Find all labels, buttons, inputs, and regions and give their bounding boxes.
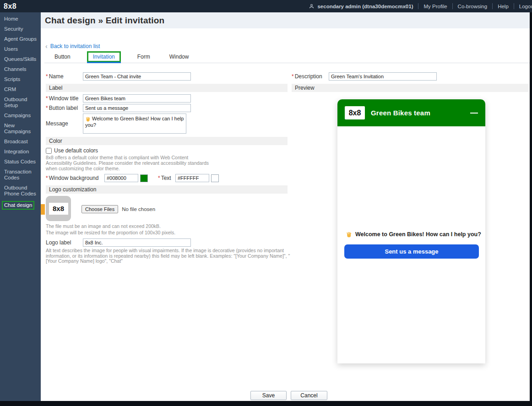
tab-window[interactable]: Window	[167, 51, 192, 63]
logo-label-label: Logo label	[46, 239, 83, 246]
message-label: Message	[46, 120, 83, 127]
sidebar-item-transaction-codes[interactable]: Transaction Codes	[0, 168, 41, 182]
sidebar-item-users[interactable]: Users	[0, 45, 41, 53]
sidebar-item-outbound-phone-codes[interactable]: Outbound Phone Codes	[0, 184, 41, 198]
sidebar-item-security[interactable]: Security	[0, 25, 41, 33]
menu-separator	[418, 3, 418, 9]
sidebar-item-label: Integration	[4, 149, 29, 154]
logo-preview-image: 8x8	[49, 203, 68, 215]
sidebar-item-label: Queues/Skills	[4, 56, 36, 62]
sidebar-item-label: Chat design	[2, 201, 34, 210]
text-color-label: *Text	[158, 175, 175, 181]
name-label: *Name	[46, 73, 83, 80]
topbar-menu-help[interactable]: Help	[498, 4, 509, 9]
window-background-label: *Window background	[46, 175, 104, 181]
tab-invitation[interactable]: Invitation	[87, 51, 121, 63]
sidebar-item-label: Scripts	[4, 76, 20, 82]
sidebar-item-agent-groups[interactable]: Agent Groups	[0, 35, 41, 43]
sidebar-item-campaigns[interactable]: Campaigns	[0, 112, 41, 119]
chevron-left-icon: ‹	[45, 43, 48, 49]
topbar-menu-co-browsing[interactable]: Co-browsing	[458, 4, 488, 9]
page-title: Chat design » Edit invitation	[45, 16, 164, 26]
use-default-colors-row: Use default colors	[46, 147, 288, 154]
use-default-colors-label: Use default colors	[54, 147, 98, 154]
color-section-header: Color	[46, 137, 288, 145]
use-default-colors-checkbox[interactable]	[46, 148, 52, 154]
user-label: secondary admin (dtna30democmx01)	[317, 4, 413, 9]
name-input[interactable]	[83, 72, 191, 81]
button-label-input[interactable]	[83, 104, 191, 112]
preview-chat-body: Welcome to Green Bikes! How can I help y…	[337, 126, 485, 363]
minimize-icon	[470, 113, 478, 114]
sidebar-item-outbound-setup[interactable]: Outbound Setup	[0, 96, 41, 109]
save-button[interactable]: Save	[250, 391, 287, 400]
preview-send-button[interactable]: Sent us a message	[344, 244, 479, 259]
file-help-line2: The image will be resized for the propor…	[46, 230, 288, 235]
topbar-menu-logout[interactable]: Logout	[519, 4, 532, 9]
logo-preview-tile: 8x8	[46, 196, 71, 221]
message-row: Message Welcome to Green Bikes! How can …	[46, 114, 288, 134]
file-help-line1: The file must be an image and can not ex…	[46, 223, 288, 229]
sidebar-nav: HomeSecurityAgent GroupsUsersQueues/Skil…	[0, 12, 41, 401]
sidebar-item-crm[interactable]: CRM	[0, 86, 41, 93]
text-color-swatch[interactable]	[211, 174, 219, 182]
sidebar-item-label: Broadcast	[4, 139, 28, 144]
window-background-swatch[interactable]	[140, 174, 148, 182]
form-left-column: *Name Label *Window title *Button label …	[46, 71, 288, 265]
sidebar-item-label: Users	[4, 46, 18, 52]
tab-label: Window	[167, 53, 192, 61]
app-logo: 8x8	[4, 2, 16, 11]
message-textarea[interactable]: Welcome to Green Bikes! How can I help y…	[83, 114, 186, 134]
description-row: *Description	[292, 72, 529, 81]
screen: 8x8 secondary admin (dtna30democmx01) My…	[0, 0, 532, 406]
sidebar-item-scripts[interactable]: Scripts	[0, 76, 41, 83]
sidebar-item-label: Channels	[4, 66, 27, 72]
topbar: 8x8 secondary admin (dtna30democmx01) My…	[0, 0, 532, 12]
preview-chat-header: 8x8 Green Bikes team	[337, 99, 485, 126]
sidebar-item-queues-skills[interactable]: Queues/Skills	[0, 55, 41, 63]
sidebar-item-label: Transaction Codes	[4, 169, 32, 180]
sidebar-item-status-codes[interactable]: Status Codes	[0, 158, 41, 166]
no-file-chosen-text: No file chosen	[122, 206, 155, 212]
sidebar-item-channels[interactable]: Channels	[0, 65, 41, 73]
topbar-menu: secondary admin (dtna30democmx01) My Pro…	[309, 0, 532, 12]
sidebar-item-broadcast[interactable]: Broadcast	[0, 138, 41, 146]
text-color-input[interactable]	[175, 174, 209, 182]
message-text: Welcome to Green Bikes! How can I help y…	[85, 116, 184, 128]
name-row: *Name	[46, 72, 288, 81]
sidebar-item-integration[interactable]: Integration	[0, 148, 41, 156]
topbar-menu-my-profile[interactable]: My Profile	[423, 4, 447, 9]
logo-label-row: Logo label	[46, 238, 288, 247]
required-marker: *	[46, 175, 48, 181]
window-title-input[interactable]	[83, 94, 191, 103]
logo-label-input[interactable]	[83, 238, 191, 247]
alt-text-help: Alt text describes the image for people …	[46, 248, 295, 264]
sidebar-item-label: Status Codes	[4, 159, 36, 164]
menu-separator	[452, 3, 453, 9]
sidebar-item-label: Outbound Setup	[4, 97, 27, 108]
sidebar-item-label: Security	[4, 26, 23, 32]
logo-section-header: Logo customization	[46, 185, 288, 194]
preview-message-text: Welcome to Green Bikes! How can I help y…	[355, 231, 481, 238]
description-input[interactable]	[329, 72, 437, 81]
sidebar-item-label: New Campaigns	[4, 123, 31, 134]
user-menu[interactable]: secondary admin (dtna30democmx01)	[309, 3, 413, 9]
window-background-input[interactable]	[104, 174, 138, 182]
sidebar-item-chat-design[interactable]: Chat design	[0, 200, 41, 211]
sidebar-item-new-campaigns[interactable]: New Campaigns	[0, 122, 41, 135]
choose-files-button[interactable]: Choose Files	[81, 205, 118, 213]
tab-form[interactable]: Form	[135, 51, 153, 63]
sidebar-item-home[interactable]: Home	[0, 15, 41, 23]
tab-label: Form	[135, 53, 153, 61]
required-marker: *	[46, 105, 48, 111]
logo-upload-row: 8x8 Choose Files No file chosen	[46, 196, 288, 221]
tab-button[interactable]: Button	[52, 51, 73, 63]
wave-emoji-icon	[346, 231, 352, 238]
cancel-button[interactable]: Cancel	[291, 391, 327, 400]
back-to-list[interactable]: ‹ Back to invitation list	[45, 43, 100, 49]
color-help-text: 8x8 offers a default color theme that is…	[46, 155, 214, 171]
person-icon	[309, 3, 315, 9]
tab-label: Button	[52, 53, 73, 61]
page-header: Chat design » Edit invitation	[41, 12, 530, 28]
preview-message: Welcome to Green Bikes! How can I help y…	[346, 231, 481, 238]
